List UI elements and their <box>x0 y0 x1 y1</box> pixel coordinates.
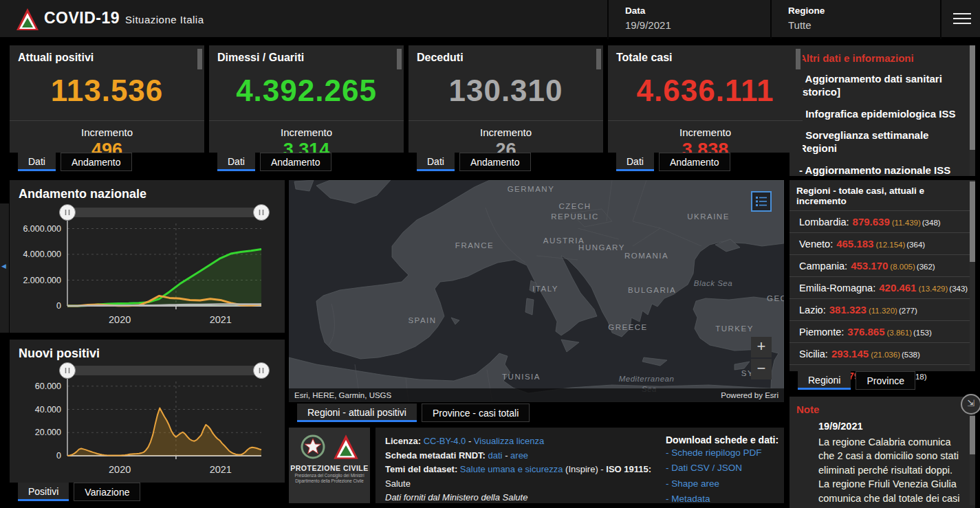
menu-icon[interactable] <box>953 13 971 25</box>
divider <box>608 120 803 121</box>
map-zoom-in-button[interactable]: + <box>751 337 772 357</box>
divider <box>10 120 204 121</box>
svg-text:60.000: 60.000 <box>35 382 61 391</box>
scrollbar-track[interactable] <box>970 180 975 371</box>
scrollbar-track[interactable] <box>970 416 975 505</box>
stat-card-dimessi-guariti: Dimessi / Guariti4.392.265Incremento3.31… <box>209 45 404 153</box>
scrollbar-thumb[interactable] <box>397 49 402 69</box>
region-row: Emilia-Romagna:420.461(13.429)(343) <box>790 276 975 298</box>
increment-label: Incremento <box>10 126 204 138</box>
svg-text:2.000.000: 2.000.000 <box>23 276 61 285</box>
scrollbar-thumb[interactable] <box>970 181 975 262</box>
temi-line: Temi del dataset: Salute umana e sicurez… <box>385 463 652 491</box>
europe-map[interactable]: GERMANYCZECHREPUBLICUKRAINEFRANCEAUSTRIA… <box>289 180 784 402</box>
tab-andamento[interactable]: Andamento <box>459 153 531 171</box>
note-title: Note <box>790 397 975 415</box>
date-value: 19/9/2021 <box>625 19 770 31</box>
tab-dati[interactable]: Dati <box>417 153 455 171</box>
positivi-variazione-tabbar: Positivi Variazione <box>18 483 140 501</box>
app-header: COVID-19Situazione Italia Data 19/9/2021… <box>0 0 980 39</box>
altri-dati-link[interactable]: - Aggiornamento nazionale ISS <box>790 155 975 177</box>
regioni-panel-title: Regioni - totale casi, attuali e increme… <box>790 180 975 210</box>
tab-map-province[interactable]: Province - casi totali <box>422 404 530 422</box>
altri-dati-link[interactable]: - Infografica epidemiologica ISS <box>790 99 975 121</box>
tab-regioni[interactable]: Regioni <box>798 371 851 390</box>
expand-icon[interactable]: ⇲ <box>961 394 980 415</box>
map-tabbar: Regioni - attuali positivi Province - ca… <box>297 404 530 422</box>
tab-andamento[interactable]: Andamento <box>659 153 730 171</box>
map-legend-button[interactable] <box>751 191 772 212</box>
download-link[interactable]: - Dati CSV / JSON <box>666 461 784 476</box>
card-title: Totale casi <box>608 45 803 64</box>
map-label-ukraine: UKRAINE <box>687 212 730 221</box>
protezione-civile-logo: PROTEZIONE CIVILE Presidenza del Consigl… <box>289 428 370 503</box>
rndt-aree-link[interactable]: aree <box>510 450 528 461</box>
scrollbar-thumb[interactable] <box>970 416 975 454</box>
scrollbar-thumb[interactable] <box>796 49 801 69</box>
data-mgmt-line: Elaborazione e gestione dati a cura del … <box>385 505 652 508</box>
temi-link[interactable]: Salute umana e sicurezza <box>460 464 563 474</box>
svg-text:2020: 2020 <box>109 314 131 325</box>
download-links: - Schede riepilogo PDF- Dati CSV / JSON-… <box>666 445 784 507</box>
time-slider-handle[interactable] <box>60 363 76 379</box>
divider <box>209 120 404 121</box>
altri-dati-link[interactable]: - Sorveglianza settimanale Regioni <box>790 120 975 155</box>
download-link[interactable]: - Metadata <box>666 492 784 507</box>
altri-dati-links: - Aggiornamento dati sanitari [storico]-… <box>790 64 975 177</box>
logo-title: PROTEZIONE CIVILE <box>290 464 369 472</box>
rndt-line: Scheda metadati RNDT: dati - aree <box>385 449 652 463</box>
tab-positivi[interactable]: Positivi <box>18 483 69 501</box>
view-license-link[interactable]: Visualizza licenza <box>474 436 544 446</box>
regioni-panel: Regioni - totale casi, attuali e increme… <box>790 180 975 371</box>
time-slider-handle[interactable] <box>254 363 270 379</box>
svg-text:2020: 2020 <box>109 464 131 475</box>
altri-dati-link[interactable]: - Aggiornamento dati sanitari [storico] <box>790 64 975 99</box>
rndt-dati-link[interactable]: dati <box>488 450 503 461</box>
license-link[interactable]: CC-BY-4.0 <box>424 436 466 446</box>
map-label-france: FRANCE <box>455 241 494 250</box>
time-slider-handle[interactable] <box>254 205 270 221</box>
map-label-bulgaria: BULGARIA <box>628 286 676 294</box>
tab-variazione[interactable]: Variazione <box>74 483 140 501</box>
scrollbar-thumb[interactable] <box>197 49 202 69</box>
map-label-republic: REPUBLIC <box>551 212 599 221</box>
scrollbar-track[interactable] <box>970 45 975 176</box>
svg-text:2021: 2021 <box>210 314 232 325</box>
tab-andamento[interactable]: Andamento <box>260 153 331 171</box>
map-label-italy: ITALY <box>532 285 558 293</box>
map-zoom-out-button[interactable]: − <box>751 359 772 379</box>
map-label-germany: GERMANY <box>508 185 555 193</box>
card-tabbar-deceduti: DatiAndamento <box>417 153 531 171</box>
scrollbar-thumb[interactable] <box>970 45 975 150</box>
time-slider-handle[interactable] <box>60 205 76 221</box>
svg-text:20.000: 20.000 <box>35 428 61 437</box>
download-title: Download schede e dati: <box>666 434 784 445</box>
panel-collapse-handle[interactable]: ◀ <box>0 203 9 333</box>
region-value: Tutte <box>788 19 940 31</box>
legend-list-icon <box>755 196 767 207</box>
download-link[interactable]: - Schede riepilogo PDF <box>666 445 784 461</box>
map-label-spain: SPAIN <box>408 316 436 324</box>
scrollbar-thumb[interactable] <box>596 49 601 69</box>
download-link[interactable]: - Shape aree <box>666 476 784 492</box>
card-tabbar-attuali-positivi: DatiAndamento <box>18 153 132 171</box>
tab-province[interactable]: Province <box>856 371 915 390</box>
map-label-romania: ROMANIA <box>624 252 668 260</box>
chevron-left-icon: ◀ <box>1 263 6 269</box>
tricolor-triangle-icon <box>332 433 360 461</box>
stat-card-attuali-positivi: Attuali positivi113.536Incremento496 <box>10 45 204 153</box>
nuovi-positivi-chart-title: Nuovi positivi <box>10 340 285 361</box>
card-tabbar-totale-casi: DatiAndamento <box>616 153 730 171</box>
logo-subtitle-1: Presidenza del Consiglio dei Ministri <box>294 473 364 478</box>
card-value: 130.310 <box>409 74 603 108</box>
tab-dati[interactable]: Dati <box>18 153 56 171</box>
divider <box>409 120 603 121</box>
andamento-chart[interactable]: 02.000.0004.000.0006.000.00020202021 <box>10 201 285 332</box>
tab-dati[interactable]: Dati <box>616 153 654 171</box>
tab-map-regioni[interactable]: Regioni - attuali positivi <box>297 404 417 422</box>
tab-andamento[interactable]: Andamento <box>61 153 132 171</box>
svg-text:4.000.000: 4.000.000 <box>23 250 61 259</box>
altri-dati-panel: Altri dati e informazioni - Aggiornament… <box>790 45 975 176</box>
nuovi-positivi-chart[interactable]: 020.00040.00060.00020202021 <box>10 361 285 479</box>
tab-dati[interactable]: Dati <box>217 153 255 171</box>
